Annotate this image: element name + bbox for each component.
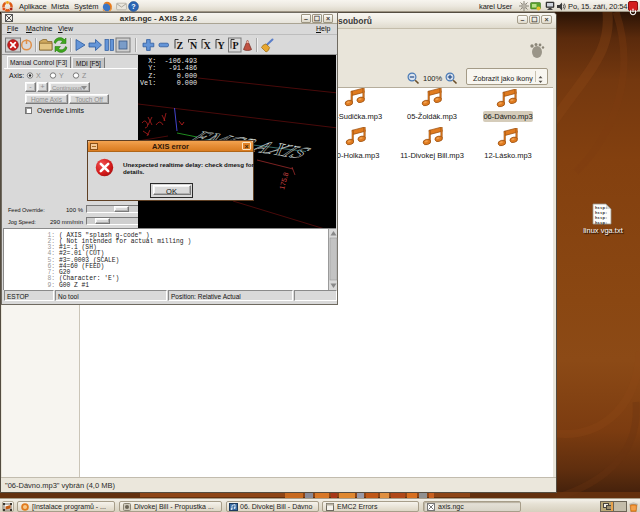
svg-text:http:: http: [595, 206, 608, 210]
svg-text:N: N [190, 40, 198, 51]
svg-text:175.8: 175.8 [278, 171, 289, 190]
svg-text:Y: Y [218, 40, 226, 51]
svg-text:http:: http: [595, 216, 608, 220]
svg-text:X: X [204, 40, 212, 51]
svg-text:http:: http: [595, 211, 608, 215]
svg-text:P: P [233, 40, 239, 51]
svg-text:Z: Z [177, 40, 184, 51]
svg-text:http:: http: [595, 221, 608, 225]
svg-text:?: ? [131, 2, 135, 10]
